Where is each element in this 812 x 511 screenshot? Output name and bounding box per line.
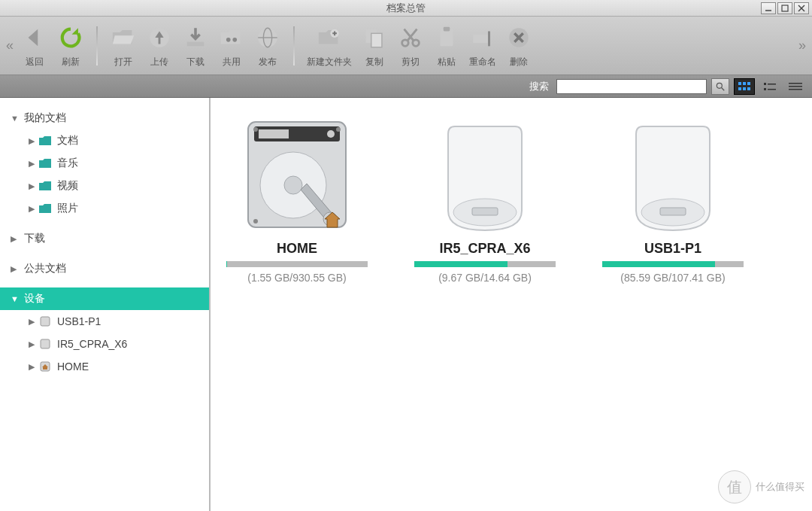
svg-rect-51 xyxy=(660,208,686,215)
toolbar-overflow-left-icon[interactable]: « xyxy=(3,38,17,53)
arrow-left-icon xyxy=(21,24,48,51)
sidebar: ▼我的文档 ▶文档 ▶音乐 ▶视频 ▶照片 ▶下载 ▶公共文档 ▼设备 ▶USB… xyxy=(0,98,211,511)
folder-icon xyxy=(38,158,53,169)
list-view-button[interactable] xyxy=(759,78,780,95)
svg-line-21 xyxy=(722,87,725,90)
search-button[interactable] xyxy=(711,78,729,95)
window-title: 档案总管 xyxy=(386,2,426,15)
content-pane: HOME (1.55 GB/930.55 GB) IR5_CPRA_X6 (9.… xyxy=(211,98,812,511)
svg-rect-34 xyxy=(789,89,802,90)
detail-view-button[interactable] xyxy=(785,78,806,95)
copy-button[interactable]: 复制 xyxy=(356,21,392,70)
svg-rect-32 xyxy=(789,83,802,84)
clipboard-icon xyxy=(433,24,460,51)
external-drive-icon xyxy=(617,116,729,236)
maximize-button[interactable] xyxy=(777,2,792,14)
folder-open-icon xyxy=(110,24,137,51)
svg-point-46 xyxy=(336,127,341,132)
share-folder-icon xyxy=(218,24,245,51)
drive-icon xyxy=(38,315,53,327)
usage-bar xyxy=(602,261,744,267)
sidebar-section-downloads[interactable]: ▶下载 xyxy=(0,227,209,250)
hdd-icon xyxy=(241,116,353,236)
drive-icon xyxy=(38,338,53,350)
svg-rect-35 xyxy=(41,317,50,326)
sidebar-device-home[interactable]: ▶HOME xyxy=(18,355,209,378)
home-drive-icon xyxy=(38,360,53,373)
back-button[interactable]: 返回 xyxy=(17,21,53,70)
svg-point-47 xyxy=(253,219,258,224)
usage-bar xyxy=(226,261,368,267)
drive-item-ir5[interactable]: IR5_CPRA_X6 (9.67 GB/14.64 GB) xyxy=(414,116,556,284)
svg-rect-15 xyxy=(441,29,453,47)
drive-usage: (1.55 GB/930.55 GB) xyxy=(247,272,347,284)
svg-point-5 xyxy=(226,38,231,42)
svg-rect-40 xyxy=(259,129,289,138)
svg-rect-31 xyxy=(768,89,776,90)
minimize-button[interactable] xyxy=(761,2,776,14)
drive-item-home[interactable]: HOME (1.55 GB/930.55 GB) xyxy=(226,116,368,284)
svg-point-45 xyxy=(253,127,258,132)
open-button[interactable]: 打开 xyxy=(105,21,141,70)
refresh-icon xyxy=(57,24,84,51)
folder-icon xyxy=(38,203,53,214)
delete-button[interactable]: 删除 xyxy=(501,21,537,70)
rename-button[interactable]: 重命名 xyxy=(465,21,501,70)
svg-rect-18 xyxy=(488,32,490,47)
svg-rect-28 xyxy=(764,83,766,85)
drive-item-usb1p1[interactable]: USB1-P1 (85.59 GB/107.41 GB) xyxy=(601,116,744,284)
sidebar-device-usb1p1[interactable]: ▶USB1-P1 xyxy=(18,310,209,333)
new-folder-icon xyxy=(316,24,343,51)
svg-rect-1 xyxy=(782,5,788,11)
icon-view-button[interactable] xyxy=(734,78,755,95)
cut-button[interactable]: 剪切 xyxy=(392,21,429,70)
usage-bar xyxy=(414,261,556,267)
globe-icon xyxy=(254,24,281,51)
svg-rect-23 xyxy=(743,82,746,85)
toolbar-overflow-right-icon[interactable]: » xyxy=(795,38,809,53)
refresh-button[interactable]: 刷新 xyxy=(53,21,89,70)
paste-button[interactable]: 粘贴 xyxy=(429,21,465,70)
search-label: 搜索 xyxy=(529,80,549,93)
sidebar-item-music[interactable]: ▶音乐 xyxy=(18,152,209,175)
svg-point-43 xyxy=(284,176,302,194)
svg-rect-33 xyxy=(789,86,802,87)
download-button[interactable]: 下载 xyxy=(177,21,214,70)
svg-rect-29 xyxy=(768,84,776,85)
drive-usage: (9.67 GB/14.64 GB) xyxy=(438,272,532,284)
svg-rect-17 xyxy=(473,35,488,43)
sidebar-item-docs[interactable]: ▶文档 xyxy=(18,129,209,152)
delete-icon xyxy=(505,24,532,51)
search-input[interactable] xyxy=(556,79,707,94)
drive-name: IR5_CPRA_X6 xyxy=(439,241,530,257)
scissors-icon xyxy=(397,24,424,51)
sidebar-section-devices[interactable]: ▼设备 xyxy=(0,287,209,310)
svg-rect-25 xyxy=(738,87,741,90)
svg-rect-22 xyxy=(738,82,741,85)
upload-button[interactable]: 上传 xyxy=(141,21,177,70)
svg-rect-26 xyxy=(743,87,746,90)
sidebar-section-mydocs[interactable]: ▼我的文档 xyxy=(0,107,209,129)
title-bar: 档案总管 xyxy=(0,0,812,17)
rename-icon xyxy=(469,24,496,51)
sidebar-device-ir5[interactable]: ▶IR5_CPRA_X6 xyxy=(18,333,209,355)
new-folder-button[interactable]: 新建文件夹 xyxy=(302,21,356,70)
magnifier-icon xyxy=(715,81,726,92)
drive-name: USB1-P1 xyxy=(644,241,701,257)
folder-icon xyxy=(38,135,53,146)
search-bar: 搜索 xyxy=(0,75,812,98)
svg-rect-36 xyxy=(41,339,50,348)
folder-icon xyxy=(38,181,53,191)
svg-rect-16 xyxy=(444,27,450,32)
drive-usage: (85.59 GB/107.41 GB) xyxy=(620,272,725,284)
toolbar: « 返回 刷新 打开 上传 下载 共用 发布 xyxy=(0,17,812,75)
share-button[interactable]: 共用 xyxy=(214,21,250,70)
publish-button[interactable]: 发布 xyxy=(250,21,286,70)
sidebar-section-public[interactable]: ▶公共文档 xyxy=(0,257,209,280)
sidebar-item-photo[interactable]: ▶照片 xyxy=(18,197,209,220)
toolbar-separator xyxy=(293,26,295,65)
sidebar-item-video[interactable]: ▶视频 xyxy=(18,175,209,197)
svg-rect-49 xyxy=(472,208,498,215)
svg-rect-24 xyxy=(747,82,750,85)
close-button[interactable] xyxy=(794,2,809,14)
